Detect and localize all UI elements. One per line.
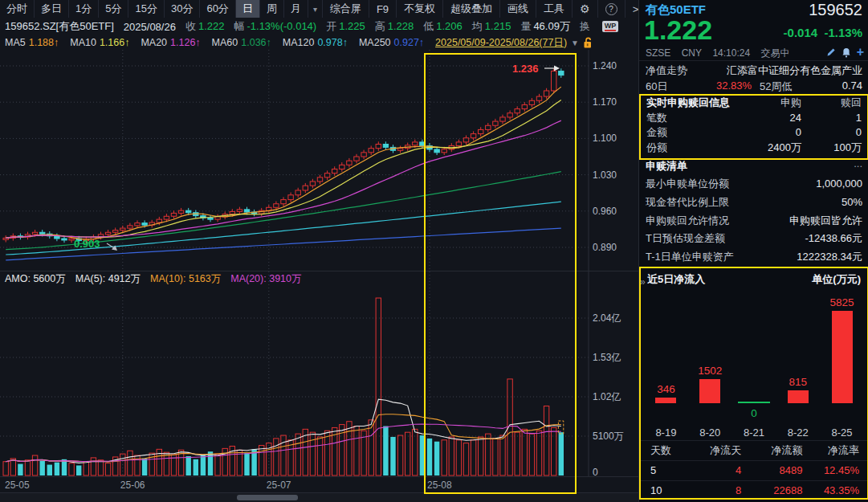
flow-table-cell: 10 — [641, 481, 695, 500]
volume-chart[interactable]: 2.04亿1.53亿1.02亿5100万0 — [0, 271, 638, 477]
net-inflow-column-8-21: 08-21 — [732, 288, 776, 440]
redeem-row-value: -12438.66元 — [805, 230, 862, 248]
svg-text:5100万: 5100万 — [593, 431, 624, 442]
ma-label: MA120 — [283, 37, 315, 48]
toolbar-item-综合屏[interactable]: 综合屏 — [322, 0, 369, 18]
toolbar-item-超级叠加[interactable]: 超级叠加 — [442, 0, 499, 18]
tab-分时[interactable]: 分时 — [0, 0, 35, 18]
ma-item-MA5: MA51.188↑ — [5, 37, 59, 48]
tab-15分[interactable]: 15分 — [128, 0, 164, 18]
flow-table-cell: 8489 — [749, 461, 810, 480]
label-60d: 60日 — [646, 80, 667, 94]
quote-panel: » 有色50ETF 159652 1.222 -0.014 -1.13% SZS… — [638, 0, 868, 502]
fund-code: 159652 — [809, 1, 862, 19]
axis-month-label: 25-08 — [427, 480, 452, 491]
redeem-row-label: 现金替代比例上限 — [646, 194, 729, 212]
ma-label: MA10 — [70, 37, 96, 48]
ma-value: 1.188↑ — [29, 37, 59, 48]
field-value: 46.09万 — [533, 20, 570, 32]
redeem-list-row: T-1日单位申赎资产1222328.34元 — [639, 248, 868, 267]
amo-item: AMO: 5600万 — [5, 272, 66, 285]
ma-item-MA250: MA2500.927↑ — [359, 37, 424, 48]
field-value: 1.222 — [198, 20, 225, 32]
flow-table-header-cell: 净流天 — [695, 441, 750, 460]
field-高: 高1.228 — [375, 19, 414, 34]
ma-value: 0.927↑ — [394, 37, 425, 48]
redemption-list-title: 申赎清单 — [646, 159, 687, 173]
ma-item-MA120: MA1200.978↑ — [283, 37, 348, 48]
wp-badge[interactable]: WP — [602, 21, 618, 32]
tab-60分[interactable]: 60分 — [200, 0, 235, 18]
net-inflow-box: 近5日净流入 单位(万元) 3468-1915028-2008-218158-2… — [639, 267, 868, 500]
period-toolbar: 分时多日1分5分15分30分60分日周月 ▾ 综合屏F9不复权超级叠加画线工具⚙… — [0, 0, 638, 18]
rt-row-label: 份额 — [646, 141, 741, 156]
flow-date-label: 8-25 — [820, 426, 864, 439]
quote-info-row: 159652.SZ[有色50ETF] 2025/08/26 收1.222幅-1.… — [0, 18, 643, 35]
flow-table-row: 1082268843.35% — [641, 480, 867, 500]
date-range-link[interactable]: 2025/05/09-2025/08/26(77日) — [435, 36, 567, 50]
scrollbar-thumb[interactable] — [237, 495, 298, 500]
tab-30分[interactable]: 30分 — [165, 0, 200, 18]
flow-table-header-cell: 净流额 — [749, 441, 810, 460]
field-label: 低 — [423, 20, 434, 32]
redemption-list-more[interactable]: ... — [854, 157, 862, 169]
flow-value-label: 1502 — [688, 365, 732, 377]
flow-bar — [788, 390, 809, 403]
trading-app: 分时多日1分5分15分30分60分日周月 ▾ 综合屏F9不复权超级叠加画线工具⚙… — [0, 0, 868, 502]
help-icon[interactable]: ? — [597, 0, 625, 18]
flow-date-label: 8-19 — [644, 426, 688, 439]
axis-month-label: 25-07 — [267, 480, 291, 491]
tab-日[interactable]: 日 — [236, 0, 260, 18]
redeem-list-row: 最小申赎单位份额1,000,000 — [639, 175, 868, 194]
redeem-row-value: 50% — [842, 194, 862, 212]
net-inflow-column-8-22: 8158-22 — [776, 288, 820, 440]
nav-trend-label[interactable]: 净值走势 — [646, 63, 687, 78]
flow-table-cell: 5 — [641, 461, 695, 480]
edit-pencil-icon[interactable] — [826, 47, 836, 57]
field-收: 收1.222 — [185, 19, 225, 34]
flow-value-label: 5825 — [820, 296, 864, 308]
ma-value: 0.978↑ — [317, 37, 348, 48]
toolbar-item-F9[interactable]: F9 — [369, 0, 396, 18]
tab-1分[interactable]: 1分 — [69, 0, 99, 18]
tab-多日[interactable]: 多日 — [35, 0, 69, 18]
net-inflow-title: 近5日净流入 — [647, 272, 705, 287]
unlock-icon[interactable] — [583, 37, 593, 49]
redeem-list-row: T日预估现金差额-12438.66元 — [639, 230, 868, 248]
symbol-label: 159652.SZ[有色50ETF] — [5, 19, 114, 34]
alert-bell-icon[interactable] — [842, 47, 851, 58]
field-value: 1.215 — [485, 20, 511, 32]
period-tabs: 分时多日1分5分15分30分60分日周月 — [0, 0, 308, 18]
horizontal-scrollbar[interactable] — [0, 492, 638, 502]
field-value: 1.225 — [339, 20, 365, 32]
settings-gear-icon[interactable]: ⚙ — [572, 0, 597, 18]
flow-value-label: 346 — [644, 383, 688, 395]
period-more-dropdown-icon[interactable]: ▾ — [308, 5, 322, 14]
tab-周[interactable]: 周 — [260, 0, 284, 18]
add-to-watchlist-icon[interactable]: + — [857, 47, 864, 57]
field-label: 收 — [185, 20, 196, 32]
tab-月[interactable]: 月 — [284, 0, 308, 18]
toolbar-item-不复权[interactable]: 不复权 — [396, 0, 442, 18]
last-price: 1.222 — [644, 14, 712, 46]
tab-5分[interactable]: 5分 — [99, 0, 128, 18]
rt-header-cell: 申购 — [741, 96, 801, 111]
toolbar-item-工具[interactable]: 工具 — [536, 0, 572, 18]
toolbar-item-画线[interactable]: 画线 — [499, 0, 536, 18]
quote-date: 2025/08/26 — [124, 21, 176, 33]
realtime-subscription-box: 实时申购赎回信息申购赎回笔数241金额00份额2400万100万 — [639, 94, 868, 160]
field-value: 1.228 — [388, 20, 414, 32]
amo-item: MA(20): 3910万 — [230, 272, 301, 285]
exchange-label: SZSE — [646, 47, 670, 59]
svg-text:1.030: 1.030 — [593, 169, 617, 181]
rt-header-cell: 赎回 — [801, 96, 862, 111]
value-52w-low: 0.74 — [842, 80, 862, 92]
price-chart[interactable]: 1.2401.1701.1001.0300.9600.8901.2360.903 — [0, 50, 638, 271]
flow-date-label: 8-21 — [732, 426, 776, 439]
change-value: -0.014 — [784, 26, 818, 39]
rt-row-buy: 24 — [741, 111, 801, 126]
svg-text:0.890: 0.890 — [593, 242, 617, 253]
redeem-row-value: 申购赎回皆允许 — [789, 212, 862, 231]
range-dropdown-icon[interactable]: ▼ — [571, 39, 579, 47]
toolbar-right: 综合屏F9不复权超级叠加画线工具⚙?> — [322, 0, 646, 18]
